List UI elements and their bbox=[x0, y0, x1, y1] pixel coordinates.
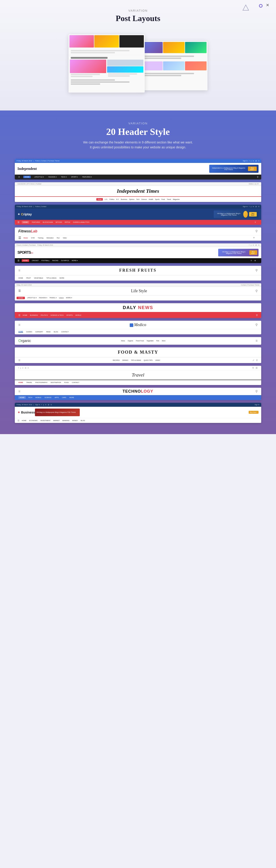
h3-banner: VIA Mag is a Multipurpose Blog & Magazin… bbox=[214, 211, 258, 218]
h12-topbar: f y in @ G ⚲ ☰ bbox=[15, 366, 261, 370]
post-layouts-title: Post Layouts bbox=[0, 14, 276, 23]
fresh-fruits-logo: FRESH FRUITS bbox=[119, 268, 157, 273]
h8-search-icon[interactable]: ⚲ bbox=[256, 314, 257, 316]
headers-section: Variation 20 Header Style We can exchang… bbox=[0, 111, 276, 434]
h13-search-icon[interactable]: ⚲ bbox=[255, 390, 257, 393]
h1-buy-btn[interactable]: Buy Now › bbox=[248, 166, 257, 171]
h14-banner: VIA Mag is a Multipurpose Blog & Magazin… bbox=[35, 409, 80, 416]
header-card-independent-times[interactable]: Gold $1040 | ETX Direct | Football Editi… bbox=[15, 182, 261, 202]
h5-main: SPORTS≡≡ VIA Mag is a Multipurpose Blog … bbox=[15, 247, 261, 258]
business-logo: ✦ Business bbox=[18, 410, 35, 414]
h3-buy-btn[interactable]: Buy Now › bbox=[249, 212, 257, 217]
header-card-medico[interactable]: ☰ Medico ⚲ HOME GUIDES SURGERY READ BLOG… bbox=[15, 321, 261, 334]
h1-search-icon[interactable]: ⚲ bbox=[257, 176, 258, 178]
x-decoration: ✕ bbox=[266, 3, 269, 8]
h12-hamburger-top[interactable]: ☰ bbox=[256, 367, 257, 369]
svg-marker-0 bbox=[243, 5, 249, 10]
h5-grid-icon[interactable]: ⊞ bbox=[254, 260, 256, 261]
h9-main: ☰ Medico ⚲ bbox=[15, 321, 261, 329]
h11-main: FOOD & MASTY bbox=[15, 347, 261, 357]
header-card-travel[interactable]: f y in @ G ⚲ ☰ Travel HOME TRAVEL PHOTOG… bbox=[15, 366, 261, 385]
h6-search-icon[interactable]: ⚲ bbox=[255, 269, 257, 272]
food-masty-logo: FOOD & MASTY bbox=[118, 350, 158, 354]
header-card-lifestyle[interactable]: friday, 30 march 2018 Contact | Purchase… bbox=[15, 283, 261, 301]
header-card-food-masty[interactable]: FOOD & MASTY ☰ RECIPES DRINKS TIPS & IDE… bbox=[15, 347, 261, 363]
h3-topbar: Friday, 30 March 2018 | Follow | Contact… bbox=[15, 205, 261, 209]
h9-hamburger: ☰ bbox=[19, 323, 20, 326]
h7-hamburger: ☰ bbox=[19, 289, 21, 293]
h10-main: Organic News Organic Fresh Food Vegetabl… bbox=[15, 337, 261, 345]
post-layouts-mockup bbox=[0, 30, 276, 97]
header-card-business[interactable]: Friday, 30 March 2018 | Sign In f y in @… bbox=[15, 403, 261, 423]
h1-main: Independent Independent is a Multipurpos… bbox=[15, 163, 261, 175]
h4-search-text[interactable]: ⚲ bbox=[253, 237, 254, 239]
header-card-technology[interactable]: ☰ TECHNOLOGY ⚲ HOME TECH MOBILE SCIENCE … bbox=[15, 388, 261, 400]
h11-nav: ☰ RECIPES DRINKS TIPS & IDEAS QUICK TIPS… bbox=[15, 357, 261, 363]
h8-hamburger: ☰ bbox=[19, 314, 20, 316]
fitnesslab-logo: FitnessLab bbox=[19, 229, 37, 233]
h11-search-icon[interactable]: ⚲ bbox=[256, 359, 257, 362]
h12-main: Travel bbox=[15, 370, 261, 380]
criptay-logo: ✦ Criptay bbox=[18, 213, 32, 216]
h8-main: DALY NEWS bbox=[15, 303, 261, 313]
h6-nav: HOME FRUIT VEGETABLE TIPS & IDEAS MORE bbox=[15, 275, 261, 281]
h3-hamburger: ☰ bbox=[18, 221, 20, 223]
h5-buy-btn[interactable]: Buy Now › bbox=[249, 250, 257, 255]
header-card-daly-news[interactable]: DALY NEWS ☰ HOME BUSINESS POLITICS SCIEN… bbox=[15, 303, 261, 318]
coin-icon bbox=[243, 211, 248, 218]
h14-main: ✦ Business VIA Mag is a Multipurpose Blo… bbox=[15, 407, 261, 418]
travel-logo: Travel bbox=[132, 372, 144, 378]
headers-title: 20 Header Style bbox=[7, 126, 269, 137]
h9-search-icon[interactable]: ⚲ bbox=[255, 323, 257, 327]
h13-nav: HOME TECH MOBILE SCIENCE APPS CARS MORE bbox=[15, 395, 261, 400]
h1-hamburger: ☰ bbox=[18, 176, 21, 178]
h11-hamburger: ☰ bbox=[19, 359, 20, 362]
h7-topbar: friday, 30 march 2018 Contact | Purchase… bbox=[15, 283, 261, 287]
h14-nav: ☰ HOME ECONOMIC INVESTMENT MARKET BANKIN… bbox=[15, 418, 261, 423]
triangle-icon bbox=[242, 4, 249, 11]
lifestyle-logo: Life Style bbox=[131, 289, 147, 293]
h3-nav: ☰ HOME FEATURES BLOCKCHAIN BITCOIN RIPPL… bbox=[15, 220, 261, 225]
h10-hamburger[interactable]: ☰ bbox=[256, 340, 257, 342]
h4-hamburger: ☰ bbox=[19, 236, 21, 240]
h11-expand-icon[interactable]: ⤢ bbox=[252, 359, 254, 362]
circle-decoration bbox=[259, 4, 263, 8]
h1-banner: Independent is a Multipurpose Blog & Mag… bbox=[209, 165, 258, 173]
h7-nav: HOME LIFESTYLE ▾ FASHION ▾ TRAVEL ▾ VIDE… bbox=[15, 295, 261, 301]
h7-search-icon[interactable]: ⚲ bbox=[255, 289, 257, 293]
h7-main: ☰ Life Style ⚲ bbox=[15, 287, 261, 295]
h2-main: Independent Times bbox=[15, 186, 261, 196]
h2-nav: Read U.S. Politics N.Y. Business Opinion… bbox=[15, 196, 261, 202]
h14-hamburger: ☰ bbox=[18, 419, 20, 422]
header-card-organic[interactable]: Organic News Organic Fresh Food Vegetabl… bbox=[15, 337, 261, 345]
header-card-independent[interactable]: Friday, 30 March 2018 | Follow | Contact… bbox=[15, 159, 261, 180]
header-card-criptay[interactable]: Friday, 30 March 2018 | Follow | Contact… bbox=[15, 205, 261, 225]
technology-logo: TECHNOLOGY bbox=[123, 389, 153, 394]
h2-topbar: Gold $1040 | ETX Direct | Football Editi… bbox=[15, 182, 261, 186]
header-card-fitnesslab[interactable]: FitnessLab ⚲ ☰ Home GYM Training Motivat… bbox=[15, 227, 261, 241]
organic-logo: Organic bbox=[19, 339, 31, 343]
h12-nav: HOME TRAVEL PHOTOGRAPHY DESTINATION FOOD… bbox=[15, 380, 261, 385]
h14-buy-btn[interactable]: Buy Now › bbox=[249, 411, 258, 414]
h3-main: ✦ Criptay VIA Mag is a Multipurpose Blog… bbox=[15, 209, 261, 220]
h4-search-icon[interactable]: ⚲ bbox=[255, 229, 257, 233]
h6-hamburger: ☰ bbox=[19, 269, 20, 272]
h8-nav: ☰ HOME BUSINESS POLITICS SCIENCE & TECH … bbox=[15, 313, 261, 318]
h3-search-icon[interactable]: ⚲ bbox=[255, 221, 256, 223]
h5-banner: VIA Mag is a Multipurpose Blog & Magazin… bbox=[218, 249, 258, 256]
header-card-fresh-fruits[interactable]: ☰ FRESH FRUITS ⚲ HOME FRUIT VEGETABLE TI… bbox=[15, 266, 261, 281]
independent-logo: Independent bbox=[18, 167, 37, 171]
variation-label-1: Variation bbox=[0, 9, 276, 12]
h12-topbar-right: ⚲ ☰ bbox=[252, 367, 257, 369]
h1-nav: ☰ HOME LIFESTYLE ▾ FASHION ▾ TECH ▾ SPOR… bbox=[15, 175, 261, 180]
header-card-sports[interactable]: Forum | Contact | Purchase Friday, 30 Ma… bbox=[15, 243, 261, 263]
h5-nav: ☰ HOME CRICKET FOOTBALL RACING OLYMPICS … bbox=[15, 258, 261, 263]
h12-search-icon-top[interactable]: ⚲ bbox=[252, 367, 254, 369]
h13-hamburger: ☰ bbox=[19, 390, 20, 393]
variation-label-2: Variation bbox=[7, 122, 269, 125]
headers-subtitle: We can exchange the header elements in 9… bbox=[7, 140, 269, 150]
h9-nav: HOME GUIDES SURGERY READ BLOG CONTACT bbox=[15, 329, 261, 334]
mockup-card-secondary bbox=[140, 41, 208, 90]
h5-search-icon[interactable]: ⚲ bbox=[251, 260, 252, 261]
sports-logo: SPORTS≡≡ bbox=[18, 251, 33, 255]
